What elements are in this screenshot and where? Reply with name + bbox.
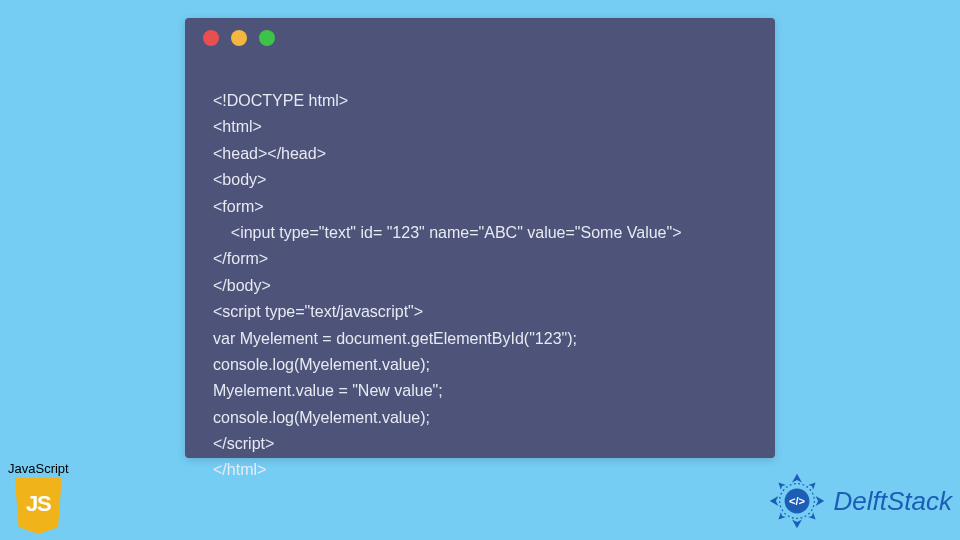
javascript-badge: JavaScript JS bbox=[8, 461, 69, 534]
svg-text:</>: </> bbox=[788, 495, 805, 507]
javascript-shield-icon: JS bbox=[12, 478, 64, 534]
window-titlebar bbox=[185, 18, 775, 58]
code-block: <!DOCTYPE html> <html> <head></head> <bo… bbox=[185, 58, 775, 494]
javascript-badge-icon-text: JS bbox=[26, 491, 51, 517]
delftstack-logo-text: DelftStack bbox=[834, 486, 953, 517]
delftstack-emblem-icon: </> bbox=[766, 470, 828, 532]
minimize-icon[interactable] bbox=[231, 30, 247, 46]
maximize-icon[interactable] bbox=[259, 30, 275, 46]
javascript-badge-label: JavaScript bbox=[8, 461, 69, 476]
code-window: <!DOCTYPE html> <html> <head></head> <bo… bbox=[185, 18, 775, 458]
delftstack-logo: </> DelftStack bbox=[766, 470, 953, 532]
close-icon[interactable] bbox=[203, 30, 219, 46]
